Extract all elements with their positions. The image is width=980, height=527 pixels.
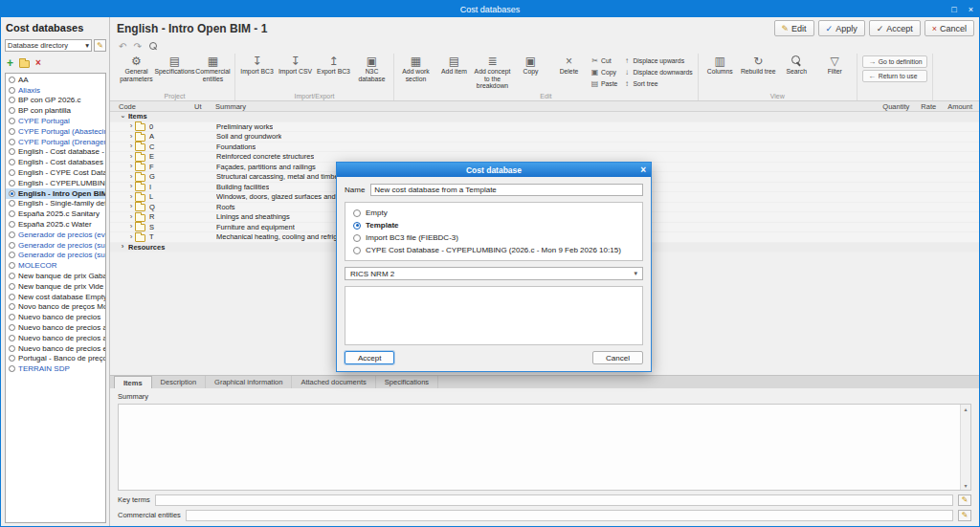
option-import-bc3-file-fiebdc-3[interactable]: Import BC3 file (FIEBDC-3) <box>353 233 635 242</box>
apply-button[interactable]: ✓ Apply <box>818 20 865 36</box>
database-list-item[interactable]: English - Cost database - 2 <box>6 147 105 158</box>
option-cype-cost-database-cypeplumbing-2026-c-mon-9-feb-2026-10-15[interactable]: CYPE Cost Database - CYPEPLUMBING (2026.… <box>353 246 635 254</box>
database-list-item[interactable]: English - Single-family detac... <box>6 199 105 209</box>
database-list-item[interactable]: Novo banco de preços Mod... <box>6 302 105 313</box>
database-list-item[interactable]: Nuevo banco de precios a p... <box>6 333 105 343</box>
database-list-item[interactable]: English - CYPEPLUMBING - 1 <box>6 178 105 188</box>
database-list-item[interactable]: CYPE Portugal (Abastecimen... <box>6 126 105 137</box>
database-list-item[interactable]: BP con GP 2026.c <box>6 96 105 106</box>
tree-row[interactable]: › 0 Preliminary works <box>110 122 979 133</box>
edit-button[interactable]: ✎ Edit <box>774 20 814 36</box>
summary-textarea[interactable]: ▴ ▾ <box>118 404 971 491</box>
return-to-use-button[interactable]: ← Return to use <box>862 70 928 82</box>
database-list-item[interactable]: España 2025.c Water <box>6 219 105 230</box>
chevron-right-icon[interactable]: › <box>127 193 135 201</box>
commercial-entities-button[interactable]: ▦ Commercial entities <box>194 54 232 83</box>
key-terms-edit-button[interactable]: ✎ <box>958 494 971 506</box>
database-list-item[interactable]: New cost database Empty <box>6 292 105 302</box>
scroll-down-icon[interactable]: ▾ <box>964 482 967 489</box>
columns-button[interactable]: ▥ Columns <box>702 54 739 77</box>
tab-specifications[interactable]: Specifications <box>376 376 438 388</box>
database-list-item[interactable]: New banque de prix Vide <box>6 281 105 292</box>
go-to-definition-button[interactable]: → Go to definition <box>862 55 928 68</box>
specifications-button[interactable]: ▤ Specifications <box>156 54 193 77</box>
chevron-right-icon[interactable]: › <box>127 173 135 181</box>
database-list-item[interactable]: English - Cost databases - 1 <box>6 157 105 167</box>
dialog-accept-button[interactable]: Accept <box>345 351 394 364</box>
chevron-right-icon[interactable]: › <box>127 213 135 221</box>
tree-row[interactable]: › E Reinforced concrete structures <box>110 152 979 163</box>
close-icon[interactable]: × <box>969 5 973 14</box>
option-template[interactable]: Template <box>353 221 635 230</box>
chevron-right-icon[interactable]: › <box>127 122 135 130</box>
database-list-item[interactable]: Generador de precios (sumin... <box>6 251 105 261</box>
tab-description[interactable]: Description <box>152 376 207 388</box>
chevron-right-icon[interactable]: › <box>127 203 135 210</box>
delete-button[interactable]: × Delete <box>550 54 588 77</box>
database-list-item[interactable]: CYPE Portugal (Drenagem) <box>6 137 105 147</box>
database-list-item[interactable]: Nuevo banco de precios <box>6 312 105 322</box>
paste-button[interactable]: ▤ Paste <box>590 78 617 88</box>
sort-tree-button[interactable]: ↕ Sort tree <box>622 78 692 88</box>
database-list-item[interactable]: Generador de precios (evacu... <box>6 230 105 240</box>
chevron-icon[interactable]: › <box>119 113 126 121</box>
tree-row[interactable]: › C Foundations <box>110 143 979 153</box>
edit-directory-button[interactable]: ✎ <box>94 39 106 52</box>
option-empty[interactable]: Empty <box>353 209 635 217</box>
chevron-right-icon[interactable]: › <box>127 233 135 241</box>
open-folder-icon[interactable] <box>19 60 30 68</box>
restore-icon[interactable]: □ <box>951 5 956 14</box>
chevron-right-icon[interactable]: › <box>127 223 135 231</box>
commercial-entities-edit-button[interactable]: ✎ <box>958 510 971 521</box>
import-csv-button[interactable]: ↧ Import CSV <box>277 54 314 77</box>
chevron-right-icon[interactable]: › <box>127 133 135 141</box>
database-list-item[interactable]: CYPE Portugal <box>6 116 105 126</box>
filter-button[interactable]: ▽ Filter <box>816 54 854 77</box>
chevron-right-icon[interactable]: › <box>127 143 135 150</box>
database-list-item[interactable]: Nuevo banco de precios a p... <box>6 322 105 333</box>
database-list-item[interactable]: TERRAIN SDP <box>6 363 105 374</box>
add-database-icon[interactable]: + <box>7 58 13 68</box>
dialog-close-icon[interactable]: × <box>640 163 646 177</box>
rebuild-tree-button[interactable]: ↻ Rebuild tree <box>740 54 777 77</box>
displace-upwards-button[interactable]: ↑ Displace upwards <box>622 55 692 65</box>
tab-graphical-information[interactable]: Graphical information <box>206 376 292 388</box>
export-bc3-button[interactable]: ↥ Export BC3 <box>315 54 352 77</box>
redo-icon[interactable]: ↷ <box>133 41 141 52</box>
scroll-up-icon[interactable]: ▴ <box>964 406 967 412</box>
add-item-button[interactable]: ▤ Add item <box>435 54 473 77</box>
delete-database-icon[interactable]: × <box>35 57 41 68</box>
displace-downwards-button[interactable]: ↓ Displace downwards <box>622 67 692 77</box>
tab-attached-documents[interactable]: Attached documents <box>292 376 375 388</box>
database-list-item[interactable]: Nuevo banco de precios em... <box>6 343 105 354</box>
database-list-item[interactable]: Aliaxis <box>6 85 105 96</box>
tree-group-row[interactable]: › Items <box>110 112 979 122</box>
cut-button[interactable]: ✂ Cut <box>590 55 617 65</box>
database-directory-select[interactable]: Database directory ▾ <box>5 39 92 52</box>
tree-row[interactable]: › A Soil and groundwork <box>110 132 979 143</box>
database-list-item[interactable]: AA <box>6 75 105 85</box>
undo-icon[interactable]: ↶ <box>119 41 126 52</box>
database-list-item[interactable]: English - Intro Open BIM - 1 <box>6 188 105 199</box>
key-terms-input[interactable] <box>155 494 953 506</box>
tab-items[interactable]: Items <box>114 376 152 388</box>
database-list-item[interactable]: BP con plantilla <box>6 105 105 116</box>
general-parameters-button[interactable]: ⚙ General parameters <box>118 54 155 83</box>
chevron-right-icon[interactable]: › <box>127 153 135 161</box>
chevron-right-icon[interactable]: › <box>127 163 135 170</box>
n3c-database-button[interactable]: ▣ N3C database <box>353 54 390 83</box>
database-list-item[interactable]: MOLECOR <box>6 260 105 271</box>
database-list-item[interactable]: España 2025.c Sanitary <box>6 209 105 219</box>
summary-scrollbar[interactable]: ▴ ▾ <box>960 405 970 490</box>
template-select[interactable]: RICS NRM 2 ▾ <box>345 267 643 280</box>
chevron-right-icon[interactable]: › <box>127 183 135 190</box>
database-list-item[interactable]: Portugal - Banco de preços - 1 <box>6 354 105 364</box>
import-bc3-button[interactable]: ↧ Import BC3 <box>238 54 276 77</box>
database-list-item[interactable]: Generador de precios (sumin... <box>6 240 105 251</box>
database-list-item[interactable]: English - CYPE Cost Databas... <box>6 167 105 178</box>
add-work-section-button[interactable]: ▦ Add work section <box>397 54 434 83</box>
name-input[interactable] <box>370 184 643 196</box>
chevron-icon[interactable]: › <box>119 243 126 251</box>
database-list-item[interactable]: New banque de prix Gabarit <box>6 271 105 281</box>
dialog-cancel-button[interactable]: Cancel <box>592 351 643 364</box>
